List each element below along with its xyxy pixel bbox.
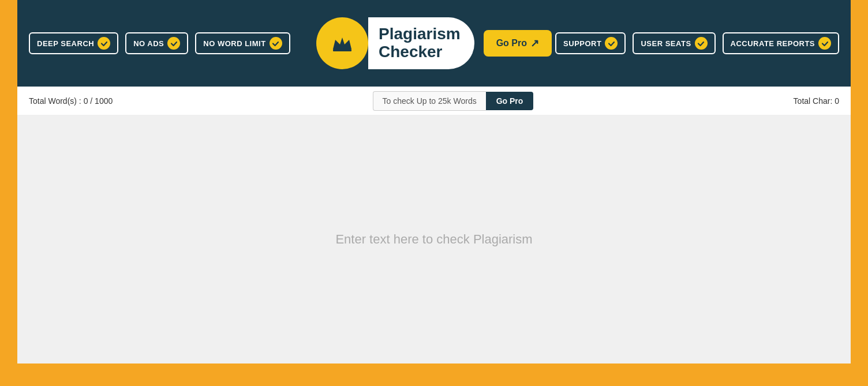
feature-badge-deep-search: DEEP SEARCH	[29, 32, 118, 54]
go-pro-header-label: Go Pro	[496, 38, 527, 48]
crown-icon-circle	[316, 17, 368, 69]
char-count-display: Total Char: 0	[794, 96, 839, 106]
support-check	[605, 37, 618, 50]
text-area-placeholder: Enter text here to check Plagiarism	[335, 232, 532, 247]
text-area-container[interactable]: Enter text here to check Plagiarism	[17, 115, 851, 363]
brand-title: Plagiarism	[379, 25, 461, 43]
header-left-features: DEEP SEARCH NO ADS	[29, 32, 290, 54]
user-seats-check	[695, 37, 708, 50]
feature-badge-no-word-limit: NO WORD LIMIT	[195, 32, 290, 54]
header: DEEP SEARCH NO ADS	[17, 0, 851, 87]
no-word-limit-check	[270, 37, 282, 50]
feature-badge-accurate-reports: ACCURATE REPORTS	[723, 32, 839, 54]
feature-badge-user-seats: USER SEATS	[633, 32, 715, 54]
accurate-reports-label: ACCURATE REPORTS	[731, 39, 815, 48]
upgrade-section: To check Up to 25k Words Go Pro	[373, 91, 534, 111]
go-pro-arrow-icon: ↗	[530, 37, 539, 50]
svg-rect-0	[333, 49, 351, 51]
deep-search-check	[98, 37, 110, 50]
page-wrapper: DEEP SEARCH NO ADS	[0, 0, 868, 386]
header-right-features: SUPPORT USER SEATS	[555, 32, 839, 54]
no-word-limit-label: NO WORD LIMIT	[203, 39, 265, 48]
go-pro-header-button[interactable]: Go Pro ↗	[484, 30, 552, 57]
feature-badge-support: SUPPORT	[555, 32, 626, 54]
main-card: DEEP SEARCH NO ADS	[17, 0, 851, 363]
support-label: SUPPORT	[563, 39, 601, 48]
user-seats-label: USER SEATS	[641, 39, 691, 48]
no-ads-label: NO ADS	[133, 39, 164, 48]
header-center-brand: Plagiarism Checker Go Pro ↗	[316, 17, 552, 69]
brand-subtitle: Checker	[379, 43, 443, 61]
no-ads-check	[167, 37, 180, 50]
go-pro-small-button[interactable]: Go Pro	[486, 92, 534, 110]
upgrade-text: To check Up to 25k Words	[373, 91, 486, 111]
word-count-display: Total Word(s) : 0 / 1000	[29, 96, 113, 106]
deep-search-label: DEEP SEARCH	[37, 39, 94, 48]
feature-badge-no-ads: NO ADS	[125, 32, 188, 54]
sub-header: Total Word(s) : 0 / 1000 To check Up to …	[17, 87, 851, 115]
brand-text-block: Plagiarism Checker	[368, 17, 474, 69]
accurate-reports-check	[818, 37, 831, 50]
